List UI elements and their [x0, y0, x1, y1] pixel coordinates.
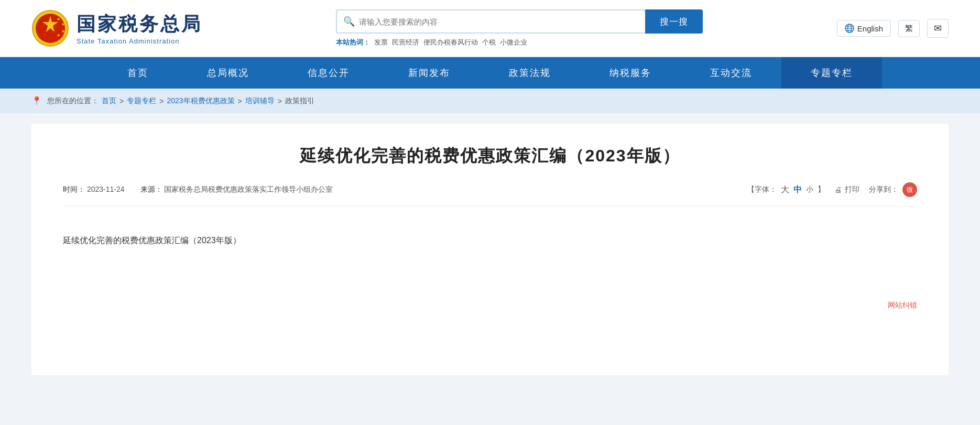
globe-icon	[845, 24, 854, 33]
weibo-icon: 微	[907, 186, 913, 194]
date-value: 2023-11-24	[87, 185, 125, 193]
nav-item-tax-service[interactable]: 纳税服务	[580, 57, 681, 89]
nav-item-news[interactable]: 新闻发布	[379, 57, 480, 89]
nav-item-info[interactable]: 信息公开	[278, 57, 379, 89]
logo-emblem	[31, 9, 69, 47]
nav-item-overview[interactable]: 总局概况	[178, 57, 278, 89]
meta-right: 【字体： 大 中 小 】 🖨 打印 分享到： 微	[747, 182, 917, 197]
breadcrumb-sep-4: >	[278, 97, 282, 105]
font-label: 【字体：	[747, 185, 777, 194]
logo-title: 国家税务总局	[77, 12, 202, 37]
hot-label: 本站热词：	[336, 38, 370, 47]
hot-keywords-bar: 本站热词： 发票 民营经济 便民办税春风行动 个税 小微企业	[336, 38, 703, 47]
share-area: 分享到： 微	[869, 182, 917, 197]
breadcrumb-bar: 📍 您所在的位置： 首页 > 专题专栏 > 2023年税费优惠政策 > 培训辅导…	[0, 89, 980, 113]
article-source: 来源： 国家税务总局税费优惠政策落实工作领导小组办公室	[140, 185, 333, 194]
breadcrumb-home[interactable]: 首页	[102, 96, 116, 106]
breadcrumb-sep-2: >	[159, 97, 164, 105]
font-large-button[interactable]: 大	[781, 184, 789, 195]
hot-keyword-xiaowei[interactable]: 小微企业	[500, 38, 527, 47]
source-label: 来源：	[140, 185, 162, 193]
breadcrumb-label: 您所在的位置：	[47, 96, 99, 106]
article-meta: 时间： 2023-11-24 来源： 国家税务总局税费优惠政策落实工作领导小组办…	[63, 182, 917, 207]
search-row: 🔍 搜一搜	[336, 9, 703, 34]
print-button[interactable]: 🖨 打印	[834, 185, 859, 194]
share-weibo-button[interactable]: 微	[902, 182, 917, 197]
traditional-chinese-button[interactable]: 繁	[898, 20, 920, 37]
nav-bar: 首页 总局概况 信息公开 新闻发布 政策法规 纳税服务 互动交流 专题专栏	[0, 57, 980, 89]
article-date: 时间： 2023-11-24	[63, 185, 125, 194]
breadcrumb-sep-3: >	[238, 97, 242, 105]
hot-keyword-fapiao[interactable]: 发票	[374, 38, 388, 47]
share-label: 分享到：	[869, 185, 898, 194]
language-label: English	[857, 24, 883, 33]
search-input[interactable]	[359, 17, 639, 26]
print-icon: 🖨	[834, 186, 842, 194]
font-close-bracket: 】	[818, 185, 825, 194]
article-body: 延续优化完善的税费优惠政策汇编（2023年版）	[63, 223, 917, 269]
mail-icon: ✉	[934, 23, 942, 34]
font-medium-button[interactable]: 中	[793, 184, 802, 195]
search-area: 🔍 搜一搜 本站热词： 发票 民营经济 便民办税春风行动 个税 小微企业	[336, 9, 703, 47]
search-input-wrap: 🔍	[336, 9, 645, 34]
main-content: 延续优化完善的税费优惠政策汇编（2023年版） 时间： 2023-11-24 来…	[31, 124, 949, 375]
breadcrumb-2023policy[interactable]: 2023年税费优惠政策	[167, 96, 234, 106]
breadcrumb-training[interactable]: 培训辅导	[245, 96, 275, 106]
nav-item-policy[interactable]: 政策法规	[480, 57, 580, 89]
hot-keyword-geshui[interactable]: 个税	[482, 38, 496, 47]
nav-item-home[interactable]: 首页	[98, 57, 178, 89]
source-value: 国家税务总局税费优惠政策落实工作领导小组办公室	[164, 185, 333, 193]
search-button[interactable]: 搜一搜	[645, 9, 703, 34]
hot-keyword-minying[interactable]: 民营经济	[392, 38, 419, 47]
website-error-link[interactable]: 网站纠错	[888, 301, 917, 309]
logo-text-area: 国家税务总局 State Taxation Administration	[77, 12, 202, 45]
print-label: 打印	[845, 185, 859, 194]
breadcrumb-current: 政策指引	[285, 96, 314, 106]
language-button[interactable]: English	[837, 20, 891, 37]
logo-area: 国家税务总局 State Taxation Administration	[31, 9, 202, 47]
article-title: 延续优化完善的税费优惠政策汇编（2023年版）	[63, 145, 917, 168]
font-small-button[interactable]: 小	[806, 185, 813, 194]
article-body-text: 延续优化完善的税费优惠政策汇编（2023年版）	[63, 233, 917, 248]
date-label: 时间：	[63, 185, 85, 193]
header: 国家税务总局 State Taxation Administration 🔍 搜…	[0, 0, 980, 57]
error-link-area: 网站纠错	[63, 301, 917, 310]
nav-item-special[interactable]: 专题专栏	[781, 57, 882, 89]
nav-item-interaction[interactable]: 互动交流	[681, 57, 781, 89]
location-icon: 📍	[31, 96, 42, 106]
breadcrumb-special[interactable]: 专题专栏	[127, 96, 156, 106]
hot-keyword-bianmin[interactable]: 便民办税春风行动	[423, 38, 478, 47]
logo-subtitle: State Taxation Administration	[77, 37, 202, 45]
search-icon: 🔍	[343, 16, 355, 27]
font-size-control: 【字体： 大 中 小 】	[747, 184, 825, 195]
header-right: English 繁 ✉	[837, 19, 949, 38]
breadcrumb-sep-1: >	[119, 97, 124, 105]
mail-button[interactable]: ✉	[927, 19, 949, 38]
